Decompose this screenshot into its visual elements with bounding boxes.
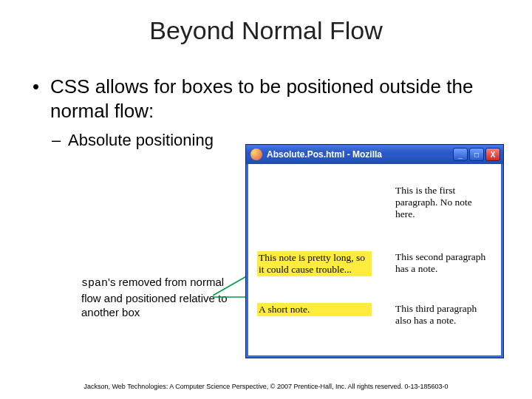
bullet-level-1: CSS allows for boxes to be positioned ou… <box>30 75 502 123</box>
maximize-button[interactable]: □ <box>469 148 484 161</box>
browser-window: Absolute.Pos.html - Mozilla _ □ X This i… <box>245 144 504 358</box>
note-span-1: This note is pretty long, so it could ca… <box>257 251 372 276</box>
minimize-button[interactable]: _ <box>453 148 468 161</box>
slide-title: Beyond Normal Flow <box>0 16 532 45</box>
note-span-2: A short note. <box>257 303 372 316</box>
paragraph-3: This third paragraph also has a note. <box>395 303 488 327</box>
close-button[interactable]: X <box>485 148 500 161</box>
window-buttons: _ □ X <box>453 148 500 161</box>
paragraph-1: This is the first paragraph. No note her… <box>395 185 488 221</box>
callout-code-word: span <box>81 277 108 290</box>
bullet-list: CSS allows for boxes to be positioned ou… <box>30 75 502 151</box>
window-title: Absolute.Pos.html - Mozilla <box>267 149 449 160</box>
footer-citation: Jackson, Web Technologies: A Computer Sc… <box>0 383 532 390</box>
browser-content: This is the first paragraph. No note her… <box>246 164 503 358</box>
callout-text: span's removed from normal flow and posi… <box>81 275 229 320</box>
window-titlebar: Absolute.Pos.html - Mozilla _ □ X <box>246 145 503 164</box>
paragraph-2: This second paragraph has a note. <box>395 251 488 275</box>
mozilla-icon <box>250 149 262 160</box>
